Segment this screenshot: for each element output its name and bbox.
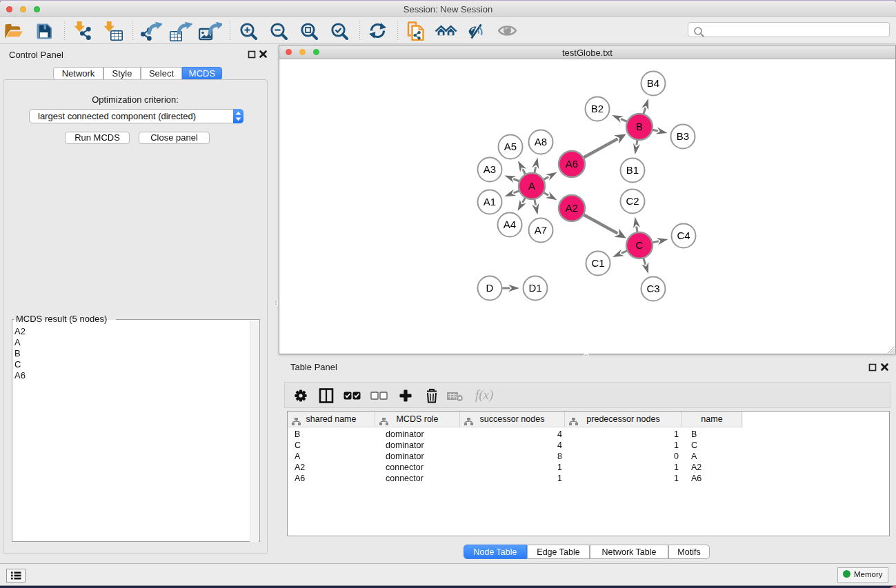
svg-text:C: C (636, 239, 644, 251)
svg-text:A1: A1 (484, 196, 496, 207)
svg-text:B1: B1 (626, 164, 639, 176)
svg-text:D1: D1 (528, 282, 541, 294)
svg-text:A4: A4 (504, 219, 516, 230)
svg-text:B3: B3 (677, 130, 689, 142)
svg-text:C4: C4 (677, 230, 690, 241)
svg-text:A5: A5 (504, 141, 517, 152)
svg-text:C3: C3 (646, 283, 659, 294)
svg-text:A: A (528, 180, 535, 192)
svg-text:B2: B2 (591, 103, 604, 114)
svg-text:A6: A6 (566, 158, 578, 170)
svg-text:C2: C2 (626, 195, 639, 207)
svg-text:D: D (486, 282, 494, 294)
svg-text:A8: A8 (535, 136, 547, 148)
svg-text:C1: C1 (591, 257, 604, 269)
svg-text:B4: B4 (647, 77, 659, 89)
svg-text:A3: A3 (484, 163, 496, 175)
svg-text:A2: A2 (566, 202, 578, 214)
svg-text:B: B (636, 121, 643, 132)
svg-text:A7: A7 (535, 224, 547, 236)
